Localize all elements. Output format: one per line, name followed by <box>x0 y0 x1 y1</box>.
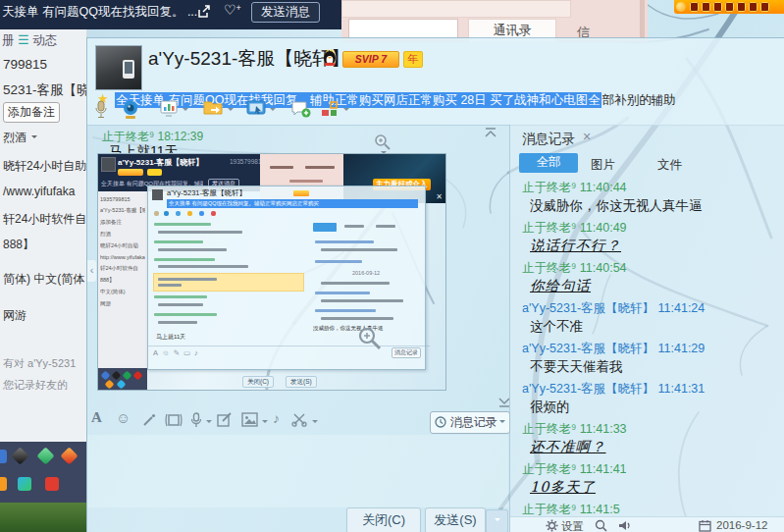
record-message: 止于终老⁹ 11:40:54你给句话 <box>510 260 784 294</box>
chevron-down-icon[interactable] <box>312 420 318 426</box>
message-record-button[interactable]: 消息记录 <box>430 411 510 434</box>
sidebar-text-line: 轩24小时软件自 <box>3 211 86 228</box>
banner-coin-icon <box>676 2 686 12</box>
t2-icon[interactable] <box>45 477 59 491</box>
record-date[interactable]: 2016-9-12 <box>716 519 767 531</box>
mini-chat-title: a'Yy-5231-客服【晓轩】 <box>167 188 246 198</box>
close-button[interactable]: 关闭(C) <box>346 507 421 532</box>
embedded-screenshot-image[interactable]: a'Yy-5231-客服【晓轩】 全天接单 有问题QQ现在找我回复。辅助正常购买… <box>97 153 446 391</box>
contacts-toolbar-area <box>341 0 571 18</box>
banner-glyph <box>713 2 722 12</box>
tab-all[interactable]: 全部 <box>519 153 578 173</box>
group-selector[interactable]: 烈酒 <box>3 130 37 146</box>
qq-number-partial: 799815 <box>3 57 47 72</box>
mini-avatar <box>101 157 116 172</box>
black-diamond-icon[interactable] <box>11 447 28 464</box>
speaker-icon[interactable] <box>618 519 632 532</box>
contacts-scrollbar[interactable] <box>640 0 645 41</box>
record-message: 止于终老⁹ 11:41:4110多天了 <box>510 461 784 496</box>
stats-app-icon[interactable] <box>160 100 178 117</box>
mini-sidebar-text-line: 添加备注 <box>100 219 145 226</box>
mini-send-button: 发送(S) <box>286 376 317 388</box>
send-message-button[interactable]: 发送消息 <box>251 2 320 23</box>
share-icon[interactable] <box>196 4 212 20</box>
service-icon[interactable] <box>0 477 7 491</box>
magic-wand-icon[interactable] <box>141 412 157 428</box>
record-message-sender: 止于终老⁹ 11:40:44 <box>522 180 784 195</box>
service-icon[interactable] <box>0 450 7 463</box>
send-button[interactable]: 发送(S) <box>425 507 486 532</box>
screen-share-icon[interactable] <box>246 100 266 117</box>
feed-list-icon: ☰ <box>18 32 29 47</box>
record-message-sender: 止于终老⁹ 11:41:33 <box>522 421 784 437</box>
settings-label[interactable]: 设置 <box>561 519 584 532</box>
send-options-button[interactable] <box>486 509 508 532</box>
message-record-panel: 消息记录 × 全部 图片 文件 止于终老⁹ 11:40:44没威胁你，你这无视人… <box>509 125 784 532</box>
send-image-icon[interactable] <box>241 412 258 427</box>
video-call-icon[interactable] <box>122 100 139 120</box>
mini-toolbar-dot <box>164 211 169 216</box>
screenshot-edit-icon[interactable] <box>217 412 233 428</box>
emoji-icon[interactable]: ☺ <box>116 410 131 426</box>
add-note-button[interactable]: 添加备注 <box>3 102 60 123</box>
sidebar-text-line: 网游 <box>3 307 26 324</box>
background-signature-text: 天接单 有问题QQ现在找我回复。 ... <box>2 4 197 21</box>
mini-sidebar-text-line: 中文(简体) <box>100 289 145 295</box>
album-tab-partial[interactable]: 册 <box>2 33 15 47</box>
red-diamond-icon[interactable] <box>60 447 78 464</box>
new-message-icon[interactable] <box>291 100 311 118</box>
record-message-sender: a'Yy-5231-客服【晓轩】 11:41:29 <box>522 341 784 356</box>
chat-message-area: 止于终老⁹ 18:12:39 马上就11天 <box>87 125 508 449</box>
mini-last-message: 马上就11天 <box>156 333 185 342</box>
tab-files[interactable]: 文件 <box>657 157 682 174</box>
promo-banner[interactable] <box>674 0 784 14</box>
contacts-search-input[interactable] <box>348 19 458 39</box>
mini-tab-glyph <box>270 166 293 169</box>
search-icon[interactable] <box>595 519 607 532</box>
send-file-icon[interactable] <box>203 100 223 117</box>
mini-sidebar-text-line: 网游 <box>100 300 145 307</box>
record-panel-close-icon[interactable]: × <box>583 129 591 144</box>
record-message-list[interactable]: 止于终老⁹ 11:40:44没威胁你，你这无视人真牛逼止于终老⁹ 11:40:4… <box>510 180 784 532</box>
record-panel-title: 消息记录 <box>522 131 575 148</box>
gear-icon[interactable] <box>546 519 558 532</box>
chevron-down-icon[interactable] <box>206 420 212 426</box>
voice-record-icon[interactable] <box>190 412 202 429</box>
record-message: 止于终老⁹ 11:40:49说话行不行？ <box>510 220 784 254</box>
panel-collapse-handle[interactable]: ‹ <box>87 260 96 282</box>
avatar[interactable] <box>95 45 142 90</box>
chevron-down-icon[interactable] <box>270 108 276 114</box>
chevron-down-icon[interactable] <box>183 108 188 114</box>
chevron-down-icon <box>495 518 500 524</box>
play-icon[interactable] <box>18 477 31 491</box>
sidebar-nav-row[interactable]: 册 ☰ 动态 <box>2 32 57 49</box>
message-input-area[interactable] <box>87 435 508 507</box>
chevron-down-icon[interactable] <box>343 108 349 114</box>
mini-toolbar-dot <box>154 211 159 216</box>
green-diamond-icon[interactable] <box>36 447 54 464</box>
sidebar-text-line: /www.yifufaka <box>3 185 75 198</box>
font-icon[interactable]: A <box>91 409 102 426</box>
music-icon[interactable]: ♪ <box>273 410 280 426</box>
sidebar-item-feed[interactable]: 动态 <box>32 33 57 47</box>
image-zoom-icon[interactable] <box>374 133 392 151</box>
chat-window: a'Yy-5231-客服【晓轩】 SVIP 7 年 ★ 全天接单 有问题QQ现在… <box>86 37 784 532</box>
mini-zoom-icon <box>357 326 383 351</box>
mini-sidebar-text-line: 1935799815 <box>100 196 145 202</box>
mini-toolbar-dot <box>211 211 216 216</box>
record-panel-footer: 设置 2016-9-12 <box>510 516 784 532</box>
window-shake-icon[interactable] <box>165 412 183 428</box>
chevron-down-icon[interactable] <box>262 420 268 426</box>
qq-apps-grid-icon[interactable] <box>321 100 338 117</box>
favorite-heart-icon[interactable]: ♡+ <box>224 2 241 18</box>
background-window-titlebar: 天接单 有问题QQ现在找我回复。 ... ♡+ 发送消息 <box>0 0 341 29</box>
chevron-down-icon[interactable] <box>228 108 234 114</box>
scissors-icon[interactable] <box>291 412 308 427</box>
record-message-text: 说话行不行？ <box>530 238 784 254</box>
scroll-to-top-icon[interactable] <box>484 127 497 139</box>
desktop-wallpaper-grass <box>0 503 86 532</box>
calendar-icon[interactable] <box>699 519 711 532</box>
voice-call-icon[interactable] <box>94 100 108 120</box>
signature-row[interactable]: 全天接单 有问题QQ现在找我回复。辅助正常购买网店正常购买 28日 买了战神和心… <box>115 92 676 109</box>
tab-images[interactable]: 图片 <box>591 157 615 174</box>
